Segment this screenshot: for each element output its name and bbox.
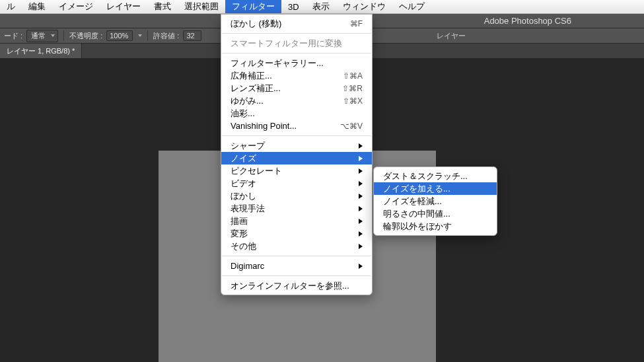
submenu-arrow-icon [359, 219, 363, 224]
filter-browse-online[interactable]: オンラインフィルターを参照... [221, 279, 372, 292]
tolerance-label: 許容値 : [153, 31, 179, 41]
shortcut: ⇧⌘A [343, 71, 363, 81]
filter-adaptive-wide[interactable]: 広角補正...⇧⌘A [221, 69, 372, 82]
mode-label: ード : [4, 31, 22, 41]
filter-sharpen[interactable]: シャープ [221, 139, 372, 152]
menu-label: シャープ [231, 140, 265, 152]
filter-lens-correction[interactable]: レンズ補正...⇧⌘R [221, 82, 372, 94]
filter-last[interactable]: ぼかし (移動) ⌘F [221, 17, 372, 30]
menu-label: ビデオ [231, 178, 256, 190]
filter-distort[interactable]: 変形 [221, 227, 372, 240]
menu-view[interactable]: 表示 [306, 0, 336, 13]
submenu-arrow-icon [359, 168, 363, 174]
chevron-down-icon[interactable] [138, 34, 142, 37]
menu-label: ノイズ [231, 153, 256, 164]
app-title: Adobe Photoshop CS6 [484, 16, 571, 26]
menu-label: 油彩... [231, 108, 255, 120]
submenu-arrow-icon [359, 231, 363, 236]
filter-gallery[interactable]: フィルターギャラリー... [221, 57, 372, 69]
menu-label: Digimarc [231, 261, 264, 271]
menu-label: レンズ補正... [231, 83, 281, 94]
menu-type[interactable]: 書式 [147, 0, 178, 13]
filter-dropdown: ぼかし (移動) ⌘F スマートフィルター用に変換 フィルターギャラリー... … [221, 14, 373, 295]
menu-label: ピクセレート [231, 165, 282, 177]
menu-edit[interactable]: 編集 [22, 0, 52, 13]
menu-label: ゆがみ... [231, 95, 264, 107]
menu-window[interactable]: ウィンドウ [336, 0, 392, 13]
menubar: ル 編集 イメージ レイヤー 書式 選択範囲 フィルター 3D 表示 ウィンドウ… [0, 0, 644, 14]
menu-label: スマートフィルター用に変換 [231, 38, 342, 50]
tolerance-value[interactable]: 32 [183, 30, 201, 41]
filter-render[interactable]: 描画 [221, 215, 372, 227]
menu-label: その他 [231, 240, 256, 252]
submenu-arrow-icon [359, 181, 363, 186]
shortcut: ⌥⌘V [340, 122, 363, 131]
layer-label: レイヤー [437, 31, 466, 41]
noise-add-noise[interactable]: ノイズを加える... [374, 182, 497, 195]
menu-select[interactable]: 選択範囲 [178, 0, 225, 13]
menu-layer[interactable]: レイヤー [100, 0, 147, 13]
menu-3d[interactable]: 3D [281, 0, 306, 13]
submenu-arrow-icon [359, 264, 363, 269]
menu-label: Vanishing Point... [231, 121, 297, 131]
filter-pixelate[interactable]: ピクセレート [221, 164, 372, 177]
submenu-arrow-icon [359, 206, 363, 211]
submenu-arrow-icon [359, 143, 363, 149]
menu-label: 変形 [231, 228, 248, 240]
menu-label: オンラインフィルターを参照... [231, 280, 349, 292]
menu-label: 表現手法 [231, 203, 265, 215]
opacity-label: 不透明度 : [69, 31, 102, 41]
filter-last-label: ぼかし (移動) [231, 18, 281, 30]
menu-label: ぼかし [231, 190, 256, 202]
filter-liquify[interactable]: ゆがみ...⇧⌘X [221, 94, 372, 107]
noise-despeckle[interactable]: 輪郭以外をぼかす [374, 220, 497, 233]
filter-stylize[interactable]: 表現手法 [221, 202, 372, 215]
filter-noise[interactable]: ノイズ [221, 152, 372, 164]
menu-label: 描画 [231, 215, 248, 227]
filter-vanishing-point[interactable]: Vanishing Point...⌥⌘V [221, 120, 372, 132]
submenu-arrow-icon [359, 244, 363, 249]
submenu-arrow-icon [359, 194, 363, 199]
noise-median[interactable]: 明るさの中間値... [374, 207, 497, 220]
menu-help[interactable]: ヘルプ [392, 0, 431, 13]
noise-reduce-noise[interactable]: ノイズを軽減... [374, 195, 497, 207]
filter-blur[interactable]: ぼかし [221, 190, 372, 202]
menu-filter[interactable]: フィルター [225, 0, 281, 13]
filter-convert-smart[interactable]: スマートフィルター用に変換 [221, 37, 372, 50]
shortcut: ⌘F [350, 19, 363, 28]
menu-image[interactable]: イメージ [52, 0, 100, 13]
shortcut: ⇧⌘R [342, 84, 363, 93]
noise-submenu: ダスト＆スクラッチ... ノイズを加える... ノイズを軽減... 明るさの中間… [373, 166, 497, 236]
opacity-value[interactable]: 100% [106, 30, 133, 41]
mode-select[interactable]: 通常 [26, 30, 58, 42]
filter-other[interactable]: その他 [221, 240, 372, 252]
shortcut: ⇧⌘X [343, 96, 363, 106]
filter-digimarc[interactable]: Digimarc [221, 260, 372, 272]
menu-file[interactable]: ル [0, 0, 22, 13]
document-tab[interactable]: レイヤー 1, RGB/8) * [0, 44, 82, 58]
submenu-arrow-icon [359, 156, 363, 161]
filter-video[interactable]: ビデオ [221, 177, 372, 190]
menu-label: 広角補正... [231, 70, 272, 82]
menu-label: フィルターギャラリー... [231, 57, 324, 69]
noise-dust-scratches[interactable]: ダスト＆スクラッチ... [374, 170, 497, 182]
filter-oil-paint[interactable]: 油彩... [221, 107, 372, 120]
